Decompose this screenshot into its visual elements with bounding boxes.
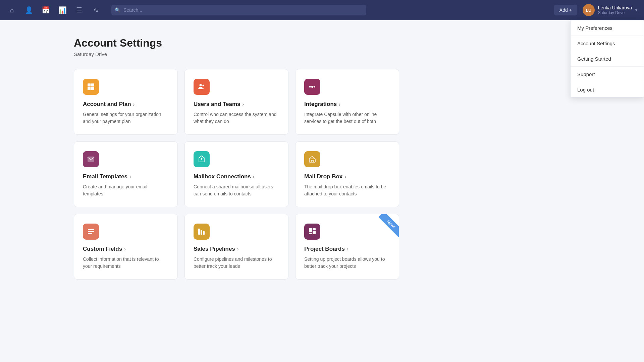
svg-rect-7 xyxy=(309,86,311,87)
chevron-down-icon: ▾ xyxy=(635,8,637,12)
list-icon[interactable]: ☰ xyxy=(74,5,85,15)
card-arrow-users-and-teams: › xyxy=(243,102,244,107)
svg-rect-1 xyxy=(91,83,94,86)
card-title-users-and-teams: Users and Teams › xyxy=(194,101,279,108)
card-title-email-templates: Email Templates › xyxy=(83,173,169,180)
card-title-custom-fields: Custom Fields › xyxy=(83,246,169,252)
new-badge-wrap: New! xyxy=(372,214,399,241)
card-title-project-boards: Project Boards › xyxy=(304,246,390,252)
svg-rect-8 xyxy=(314,86,315,87)
page-subtitle: Saturday Drive xyxy=(74,51,436,57)
dropdown-my-preferences[interactable]: My Preferences xyxy=(571,20,644,36)
svg-rect-17 xyxy=(88,233,92,234)
svg-point-5 xyxy=(203,85,204,86)
svg-marker-13 xyxy=(201,158,203,159)
card-desc-users-and-teams: Control who can access the system and wh… xyxy=(194,111,279,125)
svg-rect-22 xyxy=(313,228,316,230)
svg-rect-11 xyxy=(88,157,94,162)
card-desc-integrations: Integrate Capsule with other online serv… xyxy=(304,111,390,125)
dropdown-support[interactable]: Support xyxy=(571,67,644,82)
svg-rect-0 xyxy=(88,83,91,86)
card-title-mailbox-connections: Mailbox Connections › xyxy=(194,173,279,180)
card-arrow-email-templates: › xyxy=(129,174,131,179)
card-icon-project-boards xyxy=(304,224,320,240)
card-title-integrations: Integrations › xyxy=(304,101,390,108)
dropdown-account-settings[interactable]: Account Settings xyxy=(571,36,644,51)
svg-rect-20 xyxy=(203,231,205,235)
svg-rect-2 xyxy=(88,87,91,90)
card-arrow-custom-fields: › xyxy=(124,246,126,252)
card-mail-drop-box[interactable]: Mail Drop Box › The mail drop box enable… xyxy=(295,141,399,207)
cards-grid: Account and Plan › General settings for … xyxy=(74,69,436,280)
user-area[interactable]: LU Lenka Uhliarova Saturday Drive ▾ xyxy=(583,4,637,16)
page-title: Account Settings xyxy=(74,37,436,49)
card-integrations[interactable]: Integrations › Integrate Capsule with ot… xyxy=(295,69,399,135)
search-input[interactable] xyxy=(111,5,366,15)
card-email-templates[interactable]: Email Templates › Create and manage your… xyxy=(74,141,178,207)
svg-rect-21 xyxy=(309,228,312,232)
card-arrow-sales-pipelines: › xyxy=(237,246,239,252)
user-name: Lenka Uhliarova xyxy=(598,5,632,10)
nav-icons: ⌂ 👤 📅 📊 ☰ ∿ xyxy=(7,5,101,15)
card-title-mail-drop-box: Mail Drop Box › xyxy=(304,173,390,180)
card-arrow-integrations: › xyxy=(339,102,340,107)
avatar: LU xyxy=(583,4,595,16)
user-dropdown-menu: My Preferences Account Settings Getting … xyxy=(570,20,644,98)
search-bar: 🔍 xyxy=(111,5,366,15)
card-desc-sales-pipelines: Configure pipelines and milestones to be… xyxy=(194,256,279,270)
dropdown-getting-started[interactable]: Getting Started xyxy=(571,51,644,67)
card-custom-fields[interactable]: Custom Fields › Collect information that… xyxy=(74,214,178,280)
svg-rect-15 xyxy=(88,229,94,230)
navbar: ⌂ 👤 📅 📊 ☰ ∿ 🔍 Add + LU Lenka Uhliarova S… xyxy=(0,0,644,20)
analytics-icon[interactable]: 📊 xyxy=(57,5,68,15)
new-badge: New! xyxy=(378,214,399,237)
card-title-account-and-plan: Account and Plan › xyxy=(83,101,169,108)
user-subtitle: Saturday Drive xyxy=(598,10,632,15)
card-sales-pipelines[interactable]: Sales Pipelines › Configure pipelines an… xyxy=(184,214,288,280)
svg-rect-24 xyxy=(313,231,316,234)
card-desc-email-templates: Create and manage your email templates xyxy=(83,183,169,197)
svg-rect-18 xyxy=(198,229,200,235)
svg-rect-16 xyxy=(88,231,94,232)
card-icon-sales-pipelines xyxy=(194,224,210,240)
main-content: Account Settings Saturday Drive Account … xyxy=(0,20,436,296)
card-arrow-mail-drop-box: › xyxy=(344,174,346,179)
home-icon[interactable]: ⌂ xyxy=(7,5,17,15)
card-icon-users-and-teams xyxy=(194,79,210,95)
search-icon: 🔍 xyxy=(115,7,120,13)
svg-point-6 xyxy=(311,86,313,88)
svg-rect-3 xyxy=(91,87,94,90)
svg-rect-19 xyxy=(201,230,202,235)
svg-rect-14 xyxy=(309,159,315,162)
card-desc-mailbox-connections: Connect a shared mailbox so all users ca… xyxy=(194,183,279,197)
trends-icon[interactable]: ∿ xyxy=(91,5,101,15)
dropdown-log-out[interactable]: Log out xyxy=(571,82,644,97)
card-desc-custom-fields: Collect information that is relevant to … xyxy=(83,256,169,270)
card-desc-account-and-plan: General settings for your organization a… xyxy=(83,111,169,125)
card-users-and-teams[interactable]: Users and Teams › Control who can access… xyxy=(184,69,288,135)
card-title-sales-pipelines: Sales Pipelines › xyxy=(194,246,279,252)
calendar-icon[interactable]: 📅 xyxy=(40,5,51,15)
card-desc-project-boards: Setting up project boards allows you to … xyxy=(304,256,390,270)
user-info: Lenka Uhliarova Saturday Drive xyxy=(598,5,632,15)
card-icon-integrations xyxy=(304,79,320,95)
card-desc-mail-drop-box: The mail drop box enables emails to be a… xyxy=(304,183,390,197)
card-icon-account-and-plan xyxy=(83,79,99,95)
nav-right: Add + LU Lenka Uhliarova Saturday Drive … xyxy=(554,4,637,16)
card-arrow-mailbox-connections: › xyxy=(253,174,255,179)
card-icon-mail-drop-box xyxy=(304,151,320,167)
card-icon-custom-fields xyxy=(83,224,99,240)
card-mailbox-connections[interactable]: Mailbox Connections › Connect a shared m… xyxy=(184,141,288,207)
svg-rect-23 xyxy=(309,233,312,234)
svg-point-4 xyxy=(200,84,202,86)
card-icon-email-templates xyxy=(83,151,99,167)
card-arrow-project-boards: › xyxy=(347,246,348,252)
card-account-and-plan[interactable]: Account and Plan › General settings for … xyxy=(74,69,178,135)
add-button[interactable]: Add + xyxy=(554,5,577,15)
card-project-boards[interactable]: New! Project Boards › Setting up project… xyxy=(295,214,399,280)
contacts-icon[interactable]: 👤 xyxy=(23,5,34,15)
card-icon-mailbox-connections xyxy=(194,151,210,167)
card-arrow-account-and-plan: › xyxy=(133,102,135,107)
